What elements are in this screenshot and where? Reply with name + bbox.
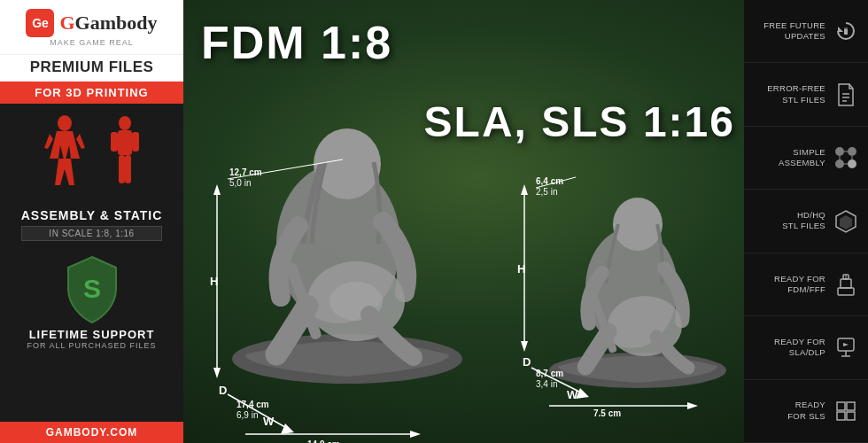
svg-rect-3 <box>111 132 118 152</box>
figurines-area <box>0 104 183 205</box>
svg-text:3,4 in: 3,4 in <box>536 379 557 389</box>
svg-rect-74 <box>847 402 855 410</box>
svg-point-60 <box>848 147 856 156</box>
svg-text:W: W <box>567 388 578 401</box>
svg-text:2,5 in: 2,5 in <box>536 187 557 197</box>
feature-error-free: ERROR-FREE STL FILES <box>744 63 868 126</box>
fdm-icon <box>833 271 859 298</box>
fdm-label: FDM 1:8 <box>201 16 392 69</box>
feature-hd-hq: HD/HQ STL FILES <box>744 190 868 253</box>
gambody-logo-icon: Ge <box>26 9 54 37</box>
svg-text:5,0 in: 5,0 in <box>229 178 251 188</box>
feature-free-updates: FREE FUTURE UPDATES <box>744 0 868 63</box>
error-free-icon <box>833 82 859 108</box>
svg-text:H: H <box>210 275 218 288</box>
svg-point-59 <box>835 147 844 156</box>
svg-point-0 <box>58 115 72 131</box>
main-content: FDM 1:8 SLA, SLS 1:16 <box>183 0 744 443</box>
svg-rect-76 <box>847 412 855 420</box>
feature-sls-text: READY FOR SLS <box>787 400 825 422</box>
sla-icon <box>833 334 859 361</box>
logo-row: Ge GGambody <box>26 9 157 37</box>
free-updates-icon <box>833 18 859 44</box>
premium-label-text: PREMIUM FILES <box>0 58 183 76</box>
right-panel: FREE FUTURE UPDATES ERROR-FREE STL FILES <box>744 0 868 443</box>
svg-rect-65 <box>838 288 854 295</box>
svg-text:H: H <box>517 262 525 276</box>
feature-hd-hq-text: HD/HQ STL FILES <box>782 210 825 232</box>
svg-marker-20 <box>213 184 221 195</box>
printing-badge-text: FOR 3D PRINTING <box>0 86 183 99</box>
svg-text:14,9 cm: 14,9 cm <box>307 439 340 443</box>
feature-simple-assembly-text: SIMPLE ASSEMBLY <box>779 147 825 169</box>
sls-icon <box>833 398 859 424</box>
scale-badge: IN SCALE 1:8, 1:16 <box>21 226 163 241</box>
svg-point-1 <box>119 116 131 130</box>
lifetime-support-text: LIFETIME SUPPORT <box>29 328 155 341</box>
svg-marker-38 <box>521 341 528 352</box>
svg-rect-55 <box>844 27 848 30</box>
shield-area: S LIFETIME SUPPORT FOR ALL PURCHASED FIL… <box>0 245 183 422</box>
svg-marker-37 <box>521 184 528 195</box>
feature-sls: READY FOR SLS <box>744 380 868 443</box>
svg-text:D: D <box>523 355 531 369</box>
feature-fdm-text: READY FOR FDM/FFF <box>774 274 825 296</box>
svg-rect-73 <box>837 402 845 410</box>
svg-marker-32 <box>410 431 421 438</box>
svg-marker-53 <box>838 27 843 32</box>
feature-sla: READY FOR SLA/DLP <box>744 316 868 379</box>
svg-rect-2 <box>118 130 132 155</box>
static-figurine-icon <box>107 114 143 194</box>
svg-text:8,7 cm: 8,7 cm <box>536 369 563 378</box>
feature-sla-text: READY FOR SLA/DLP <box>774 337 825 359</box>
svg-text:D: D <box>219 384 227 397</box>
small-model-dimensions: H 6,4 cm 2,5 in D 8,7 cm 3,4 in W 7,5 cm… <box>505 142 744 416</box>
svg-rect-4 <box>132 132 139 152</box>
svg-text:S: S <box>82 274 100 303</box>
svg-text:6,9 in: 6,9 in <box>236 410 258 420</box>
feature-fdm: READY FOR FDM/FFF <box>744 253 868 316</box>
shield-icon: S <box>61 253 123 324</box>
svg-marker-49 <box>687 402 698 409</box>
svg-point-62 <box>848 159 856 168</box>
large-model-dimensions: H 12,7 cm 5,0 in D 17,4 cm 6,9 in W 14,9… <box>192 115 493 443</box>
svg-rect-75 <box>837 412 845 420</box>
svg-marker-72 <box>843 343 849 346</box>
assembled-figurine-icon <box>41 114 89 194</box>
svg-text:17,4 cm: 17,4 cm <box>236 400 269 409</box>
svg-point-61 <box>835 159 844 168</box>
svg-text:12,7 cm: 12,7 cm <box>229 167 262 177</box>
premium-label-area: PREMIUM FILES <box>0 54 183 82</box>
logo-area: Ge GGambody MAKE GAME REAL <box>0 0 183 54</box>
feature-error-free-text: ERROR-FREE STL FILES <box>767 83 825 105</box>
assembly-label: ASSEMBLY & STATIC <box>21 208 163 222</box>
logo-subtitle: MAKE GAME REAL <box>50 38 134 47</box>
svg-rect-5 <box>119 155 125 183</box>
svg-rect-66 <box>841 279 851 288</box>
logo-name: GGambody <box>59 12 157 35</box>
svg-text:7,5 cm: 7,5 cm <box>593 408 621 416</box>
svg-rect-6 <box>125 155 131 183</box>
purchased-files-text: FOR ALL PURCHASED FILES <box>27 341 156 350</box>
svg-text:W: W <box>263 415 275 428</box>
gambody-url[interactable]: GAMBODY.COM <box>0 422 183 443</box>
simple-assembly-icon <box>833 144 859 171</box>
svg-marker-64 <box>840 215 852 229</box>
printing-badge: FOR 3D PRINTING <box>0 82 183 104</box>
sidebar: Ge GGambody MAKE GAME REAL PREMIUM FILES… <box>0 0 183 443</box>
feature-free-updates-text: FREE FUTURE UPDATES <box>763 20 825 43</box>
hd-hq-icon <box>833 207 859 234</box>
assembly-static-area: ASSEMBLY & STATIC IN SCALE 1:8, 1:16 <box>21 205 163 245</box>
svg-marker-21 <box>213 368 221 378</box>
feature-simple-assembly: SIMPLE ASSEMBLY <box>744 127 868 190</box>
